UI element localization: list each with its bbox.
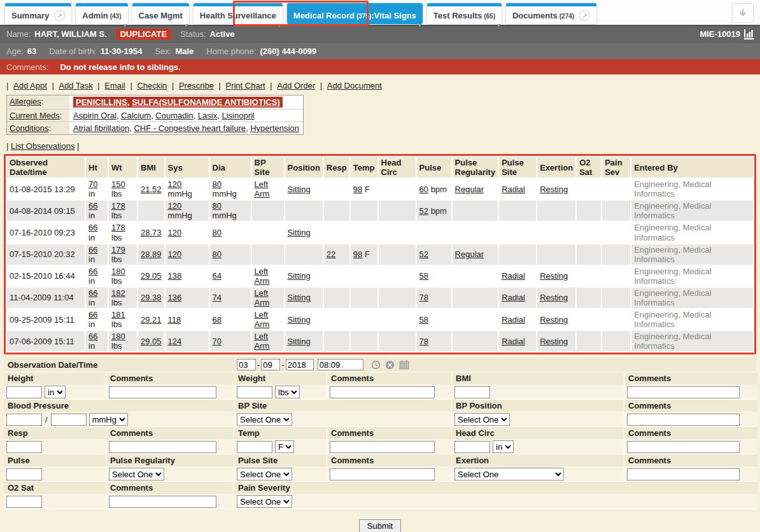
vital-value-link[interactable]: 78 bbox=[419, 293, 428, 302]
vital-value-link[interactable]: Radial bbox=[502, 293, 525, 302]
tab-health-surveillance[interactable]: Health Surveillance bbox=[194, 3, 283, 24]
comments-input[interactable] bbox=[109, 386, 216, 398]
action-add-appt[interactable]: Add Appt bbox=[13, 81, 47, 90]
bp-position-select[interactable]: Select One bbox=[454, 413, 510, 426]
comments-input[interactable] bbox=[330, 386, 435, 398]
resp-input[interactable] bbox=[6, 441, 42, 453]
vital-value-link[interactable]: Sitting bbox=[288, 228, 311, 237]
vital-value-link[interactable]: Radial bbox=[502, 337, 525, 346]
tab-admin[interactable]: Admin(43) bbox=[76, 3, 127, 24]
vital-value-link[interactable]: Radial bbox=[502, 185, 525, 194]
height-input[interactable] bbox=[6, 386, 42, 398]
popout-icon[interactable]: ↗ bbox=[54, 10, 65, 21]
list-observations-link[interactable]: List Observations bbox=[11, 141, 74, 151]
vital-value-link[interactable]: 68 bbox=[213, 315, 222, 325]
vital-value-link[interactable]: 120 bbox=[168, 228, 182, 237]
vital-value-link[interactable]: 74 bbox=[213, 293, 222, 302]
vital-value-link[interactable]: 70 bbox=[213, 337, 222, 346]
vital-value-link[interactable]: 150 bbox=[111, 179, 125, 189]
height-select[interactable]: in bbox=[45, 386, 66, 398]
vital-value-link[interactable]: 66 bbox=[88, 267, 97, 276]
comments-input[interactable] bbox=[330, 441, 435, 453]
condition-hypertension[interactable]: Hypertension bbox=[250, 123, 299, 133]
vital-value-link[interactable]: 80 bbox=[213, 179, 222, 189]
comments-input[interactable] bbox=[109, 496, 216, 508]
action-prescribe[interactable]: Prescribe bbox=[179, 81, 214, 90]
vital-value-link[interactable]: 66 bbox=[88, 310, 97, 319]
vital-value-link[interactable]: 66 bbox=[88, 332, 97, 341]
vital-value-link[interactable]: 178 bbox=[111, 201, 125, 211]
med-calcium[interactable]: Calcium bbox=[121, 111, 151, 120]
vital-value-link[interactable]: Sitting bbox=[288, 293, 311, 302]
vital-value-link[interactable]: 120 bbox=[168, 179, 182, 189]
vital-value-link[interactable]: 29.05 bbox=[141, 337, 162, 346]
vital-value-link[interactable]: 80 bbox=[213, 201, 222, 211]
vital-value-link[interactable]: 66 bbox=[88, 201, 97, 211]
action-print-chart[interactable]: Print Chart bbox=[225, 81, 265, 90]
pulse-site-select[interactable]: Select One bbox=[237, 468, 292, 480]
calendar-icon[interactable] bbox=[399, 360, 409, 370]
vital-value-link[interactable]: 66 bbox=[88, 223, 97, 232]
pain-severity-select[interactable]: Select One bbox=[237, 495, 292, 508]
weight-input[interactable] bbox=[237, 386, 272, 398]
vital-value-link[interactable]: 29.38 bbox=[141, 293, 162, 302]
vital-value-link[interactable]: Resting bbox=[540, 271, 568, 281]
vital-value-link[interactable]: 64 bbox=[213, 271, 222, 281]
vital-value-link[interactable]: Left Arm bbox=[255, 267, 270, 286]
vital-value-link[interactable]: Sitting bbox=[288, 315, 311, 325]
vital-value-link[interactable]: 98 bbox=[353, 185, 362, 194]
tab-case-mgmt[interactable]: Case Mgmt bbox=[132, 3, 189, 24]
med-aspirin-oral[interactable]: Aspirin Oral bbox=[73, 111, 116, 120]
vital-value-link[interactable]: 180 bbox=[111, 332, 125, 341]
allergy-sulfa-sulfonamide-antibiotics[interactable]: SULFA(SULFONAMIDE ANTIBIOTICS) bbox=[132, 97, 280, 107]
vital-value-link[interactable]: 80 bbox=[213, 228, 222, 237]
vital-value-link[interactable]: 182 bbox=[111, 288, 125, 298]
vital-value-link[interactable]: 52 bbox=[419, 206, 428, 216]
vital-value-link[interactable]: Resting bbox=[540, 315, 568, 325]
vital-value-link[interactable]: Left Arm bbox=[255, 310, 270, 329]
condition-chf-congestive-heart-failure[interactable]: CHF - Congestive heart failure bbox=[134, 123, 246, 133]
tab-test-results[interactable]: Test Results(65) bbox=[427, 3, 502, 24]
exertion-select[interactable]: Select One bbox=[454, 468, 564, 480]
action-add-order[interactable]: Add Order bbox=[277, 81, 315, 90]
allergy-penicillins[interactable]: PENICILLINS bbox=[76, 97, 127, 107]
blood-pressure-input[interactable] bbox=[6, 414, 42, 426]
comments-input[interactable] bbox=[109, 441, 216, 453]
clock-icon[interactable] bbox=[371, 360, 381, 370]
allergies-link[interactable]: Allergies bbox=[10, 97, 41, 106]
vital-value-link[interactable]: Left Arm bbox=[255, 332, 270, 351]
vital-value-link[interactable]: 66 bbox=[88, 245, 97, 255]
head-circ-select[interactable]: in bbox=[493, 440, 514, 453]
vital-value-link[interactable]: 178 bbox=[111, 223, 125, 232]
vital-value-link[interactable]: Radial bbox=[502, 271, 525, 281]
vital-value-link[interactable]: 179 bbox=[111, 245, 125, 255]
vital-value-link[interactable]: 60 bbox=[419, 185, 428, 194]
vital-value-link[interactable]: 78 bbox=[419, 337, 428, 346]
tab-summary[interactable]: Summary↗ bbox=[5, 3, 71, 24]
vital-value-link[interactable]: 28.73 bbox=[141, 228, 162, 237]
submit-button[interactable]: Submit bbox=[359, 519, 401, 532]
vital-value-link[interactable]: Sitting bbox=[288, 271, 311, 281]
tab-documents[interactable]: Documents(274)↗ bbox=[506, 3, 596, 24]
current-meds-link[interactable]: Current Meds bbox=[10, 111, 60, 120]
vital-value-link[interactable]: 138 bbox=[168, 271, 182, 281]
comments-input[interactable] bbox=[627, 414, 740, 426]
vital-value-link[interactable]: 120 bbox=[168, 201, 182, 211]
vital-value-link[interactable]: 120 bbox=[168, 249, 182, 259]
vital-value-link[interactable]: 58 bbox=[419, 271, 428, 281]
vital-value-link[interactable]: Radial bbox=[502, 315, 525, 325]
blood-pressure-select[interactable]: mmHg bbox=[89, 413, 128, 426]
action-add-document[interactable]: Add Document bbox=[327, 81, 382, 90]
action-add-task[interactable]: Add Task bbox=[59, 81, 92, 90]
popout-icon[interactable]: ↗ bbox=[579, 10, 590, 21]
bmi-input[interactable] bbox=[454, 386, 490, 398]
comments-input[interactable] bbox=[627, 386, 740, 398]
vital-value-link[interactable]: 98 bbox=[353, 249, 362, 259]
temp-select[interactable]: F bbox=[275, 440, 294, 453]
obs-time-input[interactable] bbox=[318, 359, 363, 370]
comments-input[interactable] bbox=[627, 441, 740, 453]
vital-value-link[interactable]: 22 bbox=[327, 249, 335, 259]
obs-month-input[interactable] bbox=[237, 359, 256, 370]
o2-sat-input[interactable] bbox=[6, 496, 42, 508]
temp-input[interactable] bbox=[237, 441, 272, 453]
